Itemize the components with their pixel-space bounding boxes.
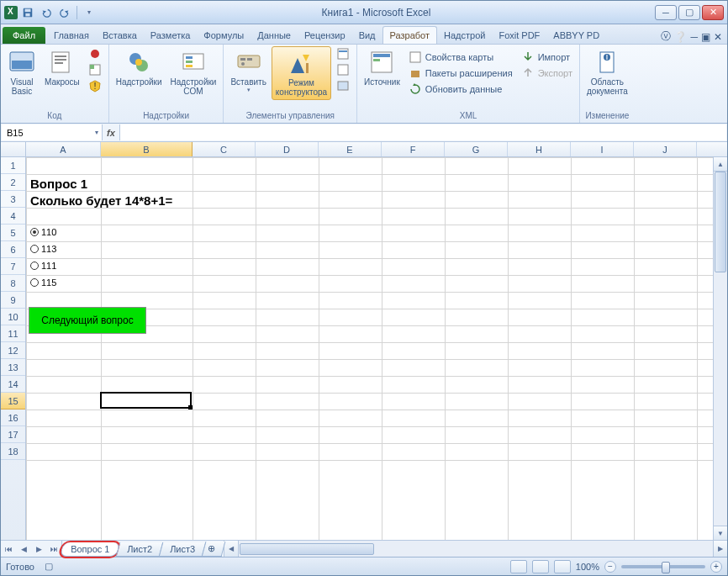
insert-control-button[interactable]: Вставить▾ <box>227 46 269 96</box>
row-header-5[interactable]: 5 <box>1 225 25 241</box>
formula-input[interactable] <box>119 124 726 140</box>
scroll-thumb-h[interactable] <box>240 543 374 555</box>
row-header-12[interactable]: 12 <box>1 342 25 359</box>
tab-data[interactable]: Данные <box>251 27 298 44</box>
row-header-4[interactable]: 4 <box>1 208 25 225</box>
row-header-8[interactable]: 8 <box>1 275 25 292</box>
tab-developer[interactable]: Разработ <box>382 26 437 44</box>
zoom-out-button[interactable]: − <box>604 561 616 573</box>
col-header-J[interactable]: J <box>634 142 697 156</box>
qat-save[interactable] <box>19 4 36 21</box>
next-question-button[interactable]: Следующий вопрос <box>29 307 146 334</box>
doc-minimize-icon[interactable]: ─ <box>690 31 698 43</box>
maximize-button[interactable]: ▢ <box>678 5 700 20</box>
export-button[interactable]: Экспорт <box>518 66 576 81</box>
row-header-2[interactable]: 2 <box>1 174 25 191</box>
view-break-button[interactable] <box>554 560 571 573</box>
qat-redo[interactable] <box>56 4 73 21</box>
col-header-A[interactable]: A <box>26 142 101 156</box>
tab-formulas[interactable]: Формулы <box>197 27 251 44</box>
row-header-18[interactable]: 18 <box>1 443 25 460</box>
help-icon[interactable]: ❔ <box>674 31 687 43</box>
tab-layout[interactable]: Разметка <box>144 27 198 44</box>
row-header-1[interactable]: 1 <box>1 157 25 174</box>
answer-option-2[interactable]: 111 <box>28 259 59 272</box>
expansion-packs-button[interactable]: Пакеты расширения <box>405 66 516 81</box>
refresh-data-button[interactable]: Обновить данные <box>405 82 516 97</box>
close-button[interactable]: ✕ <box>702 5 724 20</box>
xml-source-button[interactable]: Источник <box>361 46 404 89</box>
sheet-tab-3[interactable]: Лист3 <box>159 542 207 557</box>
relative-refs-button[interactable] <box>85 62 105 77</box>
tab-addins[interactable]: Надстрой <box>437 27 492 44</box>
visual-basic-button[interactable]: Visual Basic <box>4 46 40 98</box>
macros-button[interactable]: Макросы <box>41 46 83 89</box>
zoom-in-button[interactable]: + <box>710 561 722 573</box>
com-addins-button[interactable]: Надстройки COM <box>167 46 220 98</box>
new-sheet-button[interactable]: ⊕ <box>202 542 226 557</box>
view-normal-button[interactable] <box>510 560 527 573</box>
row-header-10[interactable]: 10 <box>1 309 25 325</box>
col-header-D[interactable]: D <box>256 142 319 156</box>
horizontal-scrollbar[interactable]: ◀ ▶ <box>224 541 727 557</box>
scroll-up-button[interactable]: ▲ <box>714 157 727 172</box>
row-header-14[interactable]: 14 <box>1 376 25 393</box>
document-panel-button[interactable]: iОбласть документа <box>583 46 631 98</box>
tab-review[interactable]: Рецензир <box>298 27 352 44</box>
col-header-H[interactable]: H <box>508 142 571 156</box>
view-code-button[interactable] <box>333 62 353 77</box>
fx-button[interactable]: fx <box>107 128 115 138</box>
answer-option-1[interactable]: 113 <box>28 242 59 256</box>
scroll-thumb-v[interactable] <box>715 172 726 272</box>
sheet-tab-2[interactable]: Лист2 <box>116 542 164 557</box>
col-header-G[interactable]: G <box>445 142 508 156</box>
selected-cell[interactable] <box>100 392 192 409</box>
answer-option-0[interactable]: 110 <box>28 225 59 239</box>
col-header-C[interactable]: C <box>193 142 256 156</box>
tab-foxit[interactable]: Foxit PDF <box>492 27 546 44</box>
scroll-down-button[interactable]: ▼ <box>714 526 727 540</box>
ribbon-minimize-icon[interactable]: ⓥ <box>661 29 671 44</box>
row-header-16[interactable]: 16 <box>1 410 25 426</box>
map-properties-button[interactable]: Свойства карты <box>405 50 516 65</box>
tab-view[interactable]: Вид <box>352 27 382 44</box>
row-header-13[interactable]: 13 <box>1 359 25 376</box>
row-header-15[interactable]: 15 <box>1 393 25 410</box>
select-all-corner[interactable] <box>1 142 26 156</box>
record-macro-button[interactable] <box>85 46 105 61</box>
addins-button[interactable]: Надстройки <box>113 46 166 89</box>
zoom-slider[interactable] <box>621 565 705 568</box>
col-header-I[interactable]: I <box>571 142 634 156</box>
row-header-11[interactable]: 11 <box>1 325 25 342</box>
col-header-E[interactable]: E <box>319 142 382 156</box>
properties-button[interactable] <box>333 46 353 61</box>
view-layout-button[interactable] <box>532 560 549 573</box>
import-button[interactable]: Импорт <box>518 50 576 65</box>
doc-close-icon[interactable]: ✕ <box>714 31 722 43</box>
row-header-3[interactable]: 3 <box>1 191 25 208</box>
run-dialog-button[interactable] <box>333 78 353 93</box>
macro-record-icon[interactable]: ▢ <box>45 561 53 572</box>
zoom-level[interactable]: 100% <box>576 562 599 572</box>
row-header-7[interactable]: 7 <box>1 258 25 275</box>
sheet-nav[interactable]: ⏮◀▶⏭ <box>1 541 62 557</box>
answer-option-3[interactable]: 115 <box>28 276 59 289</box>
qat-undo[interactable] <box>38 4 55 21</box>
row-header-9[interactable]: 9 <box>1 292 25 309</box>
name-box[interactable]: B15 <box>2 124 103 140</box>
col-header-F[interactable]: F <box>382 142 445 156</box>
doc-restore-icon[interactable]: ▣ <box>701 31 710 43</box>
row-header-17[interactable]: 17 <box>1 426 25 443</box>
tab-home[interactable]: Главная <box>47 27 96 44</box>
sheet-tab-active[interactable]: Вопрос 1 <box>60 542 121 557</box>
qat-customize[interactable]: ▾ <box>81 4 98 21</box>
tab-file[interactable]: Файл <box>3 27 45 44</box>
col-header-B[interactable]: B <box>101 142 193 156</box>
scroll-right-button[interactable]: ▶ <box>713 541 727 557</box>
design-mode-button[interactable]: Режим конструктора <box>272 46 331 100</box>
row-header-6[interactable]: 6 <box>1 241 25 258</box>
tab-abbyy[interactable]: ABBYY PD <box>546 27 606 44</box>
macro-security-button[interactable]: ! <box>85 78 105 93</box>
tab-insert[interactable]: Вставка <box>96 27 144 44</box>
vertical-scrollbar[interactable]: ▲ ▼ <box>713 157 727 540</box>
